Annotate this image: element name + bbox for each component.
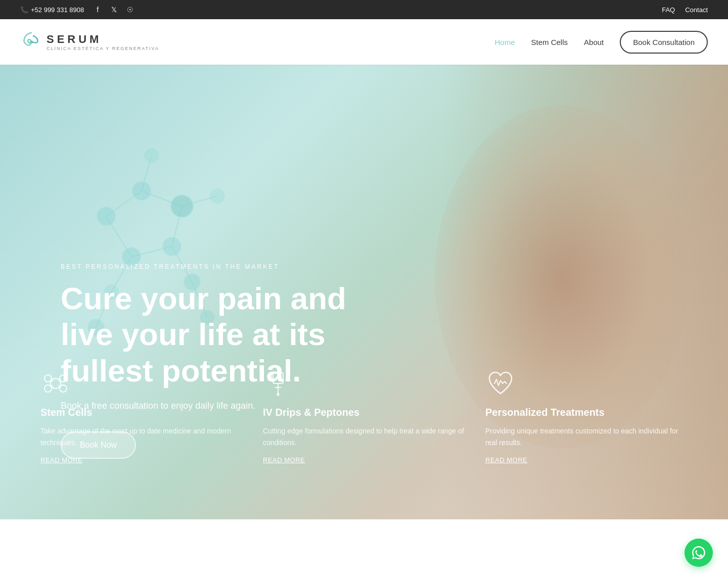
logo-subtitle: CLÍNICA ESTÉTICA Y REGENERATIVA (47, 46, 159, 51)
iv-icon (263, 368, 293, 399)
svg-point-13 (163, 237, 181, 256)
services-section: Stem Cells Take advantage of the most up… (0, 368, 728, 519)
svg-point-16 (210, 189, 224, 203)
service-link-2[interactable]: READ MORE (485, 456, 688, 464)
social-links: f 𝕏 ☉ (92, 4, 135, 15)
phone-text: +52 999 331 8908 (31, 6, 84, 14)
svg-point-36 (277, 393, 280, 396)
logo-title: SERUM (47, 33, 159, 46)
nav-home[interactable]: Home (495, 38, 515, 46)
service-desc-2: Providing unique treatments customized t… (485, 425, 688, 448)
svg-point-27 (60, 385, 67, 392)
hero-section: .mol{fill:rgba(100,200,200,0.35); stroke… (0, 65, 728, 519)
service-link-1[interactable]: READ MORE (263, 456, 465, 464)
service-title-1: IV Drips & Peptones (263, 407, 465, 418)
topbar-right: FAQ Contact (662, 6, 708, 14)
topbar-left: 📞 +52 999 331 8908 f 𝕏 ☉ (20, 4, 135, 15)
svg-rect-32 (273, 372, 283, 383)
service-personalized: Personalized Treatments Providing unique… (485, 368, 688, 464)
svg-point-10 (97, 207, 115, 225)
svg-point-24 (44, 375, 52, 382)
navbar: SERUM CLÍNICA ESTÉTICA Y REGENERATIVA Ho… (0, 19, 728, 65)
heart-icon (485, 368, 516, 399)
service-title-2: Personalized Treatments (485, 407, 688, 418)
faq-link[interactable]: FAQ (662, 6, 675, 14)
service-desc-1: Cutting edge formulations designed to he… (263, 425, 465, 448)
services-grid: Stem Cells Take advantage of the most up… (40, 368, 688, 494)
twitter-icon[interactable]: 𝕏 (108, 4, 119, 15)
logo-text: SERUM CLÍNICA ESTÉTICA Y REGENERATIVA (47, 33, 159, 51)
topbar: 📞 +52 999 331 8908 f 𝕏 ☉ FAQ Contact (0, 0, 728, 19)
service-iv-drips: IV Drips & Peptones Cutting edge formula… (263, 368, 465, 464)
svg-point-12 (171, 195, 193, 217)
svg-point-25 (60, 375, 67, 382)
nav-stem-cells[interactable]: Stem Cells (531, 38, 568, 46)
service-desc-0: Take advantage of the most up to date me… (40, 425, 243, 448)
service-link-0[interactable]: READ MORE (40, 456, 243, 464)
logo[interactable]: SERUM CLÍNICA ESTÉTICA Y REGENERATIVA (20, 31, 159, 53)
svg-point-26 (44, 385, 52, 392)
service-stem-cells: Stem Cells Take advantage of the most up… (40, 368, 243, 464)
phone-number: 📞 +52 999 331 8908 (20, 6, 84, 14)
svg-point-15 (145, 149, 159, 163)
cells-icon (40, 368, 71, 399)
nav-about[interactable]: About (584, 38, 604, 46)
hero-subtitle: BEST PERSONALIZED TREATMENTS IN THE MARK… (61, 263, 354, 270)
facebook-icon[interactable]: f (92, 4, 103, 15)
nav-links: Home Stem Cells About Book Consultation (495, 31, 708, 54)
contact-link[interactable]: Contact (685, 6, 708, 14)
svg-point-11 (132, 182, 151, 200)
book-consultation-button[interactable]: Book Consultation (620, 31, 708, 54)
instagram-icon[interactable]: ☉ (124, 4, 135, 15)
svg-point-23 (51, 378, 61, 389)
service-title-0: Stem Cells (40, 407, 243, 418)
phone-icon: 📞 (20, 6, 28, 14)
